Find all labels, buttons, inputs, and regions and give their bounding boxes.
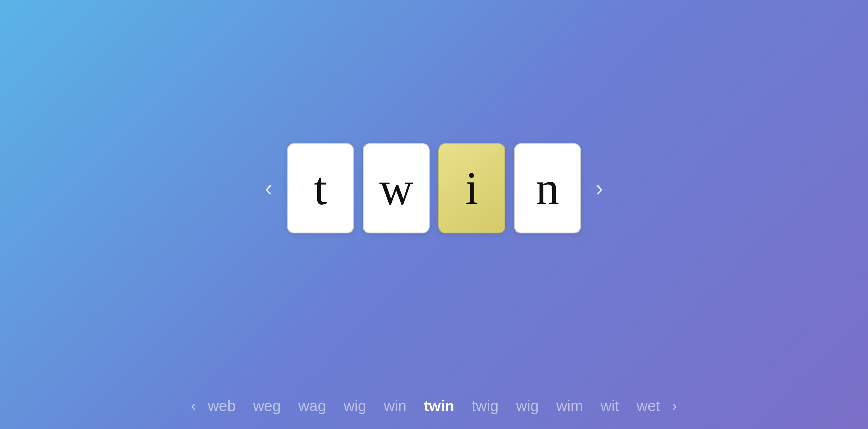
letter-i: i (465, 165, 478, 212)
letter-w: w (379, 165, 413, 212)
word-twig[interactable]: twig (471, 397, 498, 415)
left-nav-arrow[interactable]: ‹ (259, 171, 278, 206)
word-wig-2[interactable]: wig (516, 397, 539, 415)
word-wig-1[interactable]: wig (343, 397, 366, 415)
word-weg[interactable]: weg (253, 397, 281, 415)
right-nav-arrow[interactable]: › (590, 171, 609, 206)
word-wet[interactable]: wet (637, 397, 660, 415)
letter-card-w: w (363, 143, 430, 234)
letter-card-t: t (287, 143, 354, 234)
word-web[interactable]: web (208, 397, 236, 415)
word-list: web weg wag wig win twin twig wig wim wi… (208, 397, 660, 415)
letter-t: t (314, 165, 327, 212)
main-content: ‹ t w i n › (0, 0, 868, 429)
word-wit[interactable]: wit (600, 397, 619, 415)
letter-n: n (536, 165, 559, 212)
cards-row: ‹ t w i n › (259, 143, 609, 234)
word-twin[interactable]: twin (424, 397, 454, 415)
bottom-left-arrow[interactable]: ‹ (179, 396, 208, 415)
letter-card-i: i (438, 143, 505, 234)
letter-card-n: n (514, 143, 581, 234)
word-win[interactable]: win (384, 397, 406, 415)
word-wag[interactable]: wag (298, 397, 326, 415)
word-wim[interactable]: wim (556, 397, 583, 415)
bottom-right-arrow[interactable]: › (660, 396, 689, 415)
bottom-bar: ‹ web weg wag wig win twin twig wig wim … (0, 382, 868, 429)
